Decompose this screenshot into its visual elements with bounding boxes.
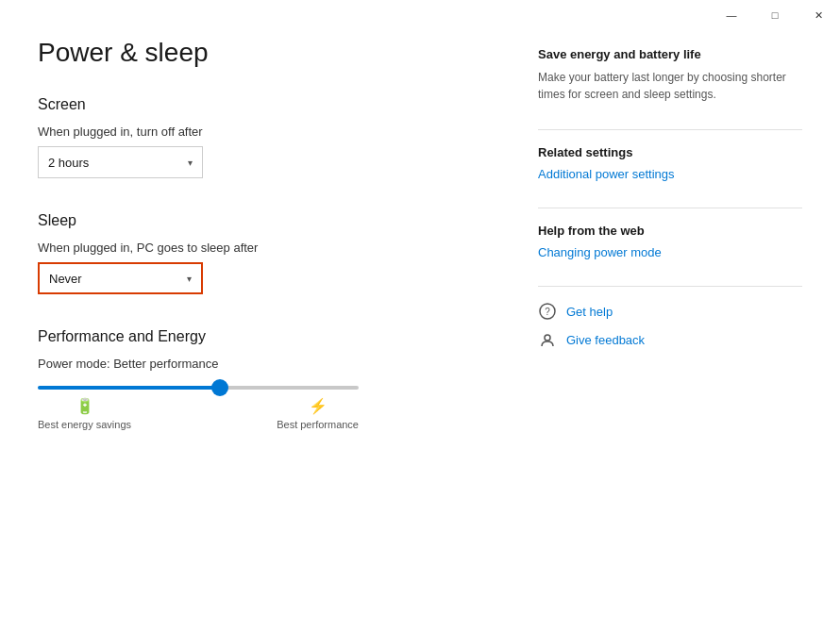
divider-1: [538, 129, 802, 130]
slider-right-text: Best performance: [277, 419, 359, 430]
screen-section: Screen When plugged in, turn off after 2…: [38, 96, 481, 178]
web-help-section: Help from the web Changing power mode: [538, 224, 802, 259]
sleep-section-title: Sleep: [38, 212, 481, 229]
left-pane: Power & sleep Screen When plugged in, tu…: [38, 38, 538, 604]
sleep-dropdown[interactable]: Never ▾: [38, 262, 203, 294]
power-mode-slider[interactable]: [38, 386, 359, 390]
related-section: Related settings Additional power settin…: [538, 145, 802, 181]
performance-icon: ⚡: [309, 397, 328, 415]
divider-3: [538, 286, 802, 287]
screen-section-title: Screen: [38, 96, 481, 113]
tip-title: Save energy and battery life: [538, 47, 802, 61]
sleep-dropdown-value: Never: [49, 272, 82, 286]
tip-text: Make your battery last longer by choosin…: [538, 69, 802, 103]
slider-label-left: 🔋 Best energy savings: [38, 397, 131, 430]
slider-labels: 🔋 Best energy savings ⚡ Best performance: [38, 397, 359, 430]
page-title: Power & sleep: [38, 38, 481, 68]
screen-field-label: When plugged in, turn off after: [38, 125, 481, 139]
divider-2: [538, 208, 802, 208]
minimize-button[interactable]: —: [710, 0, 753, 30]
screen-dropdown-arrow-icon: ▾: [188, 158, 193, 168]
svg-point-2: [545, 335, 550, 341]
close-button[interactable]: ✕: [797, 0, 840, 30]
sleep-section: Sleep When plugged in, PC goes to sleep …: [38, 212, 481, 294]
maximize-button[interactable]: □: [753, 0, 797, 30]
web-help-title: Help from the web: [538, 224, 802, 238]
main-content: Power & sleep Screen When plugged in, tu…: [0, 0, 840, 632]
sleep-field-label: When plugged in, PC goes to sleep after: [38, 241, 481, 255]
get-help-icon: ?: [538, 302, 557, 321]
related-title: Related settings: [538, 145, 802, 159]
power-mode-label: Power mode: Better performance: [38, 357, 481, 371]
additional-power-settings-link[interactable]: Additional power settings: [538, 167, 802, 181]
battery-save-icon: 🔋: [76, 397, 94, 415]
feedback-icon: [538, 330, 557, 349]
tip-section: Save energy and battery life Make your b…: [538, 47, 802, 103]
slider-left-text: Best energy savings: [38, 419, 131, 430]
performance-section-title: Performance and Energy: [38, 328, 481, 345]
get-help-link[interactable]: Get help: [566, 305, 613, 319]
changing-power-mode-link[interactable]: Changing power mode: [538, 245, 802, 259]
get-help-item[interactable]: ? Get help: [538, 302, 802, 321]
titlebar: — □ ✕: [710, 0, 840, 30]
slider-label-right: ⚡ Best performance: [277, 397, 359, 430]
svg-text:?: ?: [545, 307, 550, 317]
give-feedback-item[interactable]: Give feedback: [538, 330, 802, 349]
screen-sleep-dropdown[interactable]: 2 hours ▾: [38, 146, 203, 178]
sleep-dropdown-arrow-icon: ▾: [187, 274, 192, 284]
right-pane: Save energy and battery life Make your b…: [538, 38, 802, 604]
screen-dropdown-value: 2 hours: [48, 156, 89, 170]
performance-section: Performance and Energy Power mode: Bette…: [38, 328, 481, 430]
give-feedback-link[interactable]: Give feedback: [566, 333, 645, 347]
